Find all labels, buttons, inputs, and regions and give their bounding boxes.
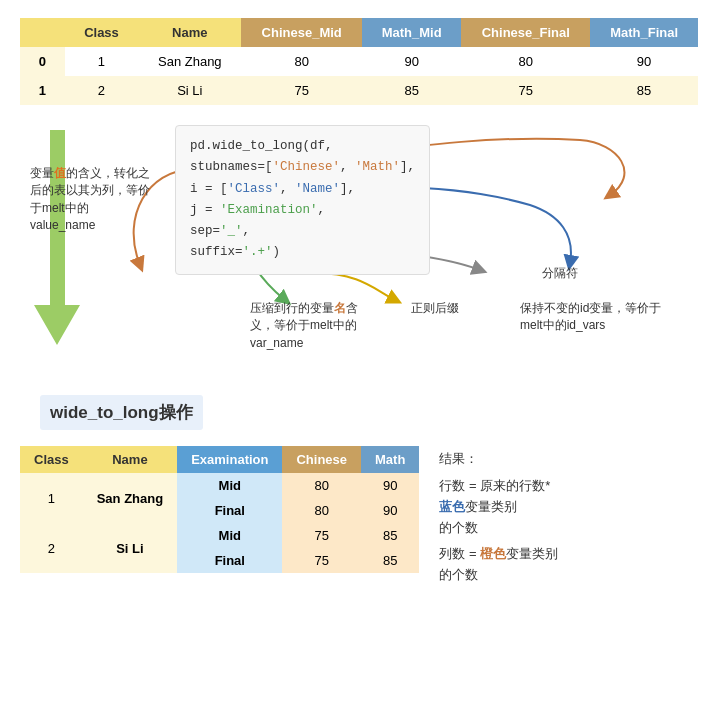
wtl-label-wrap: wide_to_long操作 bbox=[0, 395, 718, 446]
td-index-1: 1 bbox=[20, 76, 65, 105]
btd-ch-mid-2: 75 bbox=[282, 523, 361, 548]
result-title: 结果： bbox=[439, 446, 688, 472]
bottom-section: Class Name Examination Chinese Math 1 Sa… bbox=[20, 446, 698, 592]
code-line-4: j = 'Examination', bbox=[190, 200, 415, 221]
th-chinese-mid: Chinese_Mid bbox=[241, 18, 362, 47]
td-class-0: 1 bbox=[65, 47, 138, 76]
result-rows: 行数 = 原来的行数* 蓝色变量类别 的个数 bbox=[439, 476, 688, 538]
code-line-5: sep='_', bbox=[190, 221, 415, 242]
td-ch-mid-0: 80 bbox=[241, 47, 362, 76]
btd-class-1: 1 bbox=[20, 473, 83, 523]
td-name-0: San Zhang bbox=[138, 47, 241, 76]
th-math-mid: Math_Mid bbox=[362, 18, 462, 47]
th-index bbox=[20, 18, 65, 47]
td-math-final-1: 85 bbox=[590, 76, 698, 105]
table-row: 0 1 San Zhang 80 90 80 90 bbox=[20, 47, 698, 76]
bth-chinese: Chinese bbox=[282, 446, 361, 473]
td-class-1: 2 bbox=[65, 76, 138, 105]
bth-math: Math bbox=[361, 446, 419, 473]
btd-math-final-1: 90 bbox=[361, 498, 419, 523]
td-index-0: 0 bbox=[20, 47, 65, 76]
btd-exam-final-2: Final bbox=[177, 548, 282, 573]
btd-math-final-2: 85 bbox=[361, 548, 419, 573]
annot-regex: 正则后缀 bbox=[390, 300, 480, 317]
td-math-final-0: 90 bbox=[590, 47, 698, 76]
bottom-table-wrap: Class Name Examination Chinese Math 1 Sa… bbox=[20, 446, 419, 592]
td-ch-final-1: 75 bbox=[461, 76, 590, 105]
btd-name-2: Si Li bbox=[83, 523, 177, 573]
svg-marker-0 bbox=[34, 130, 80, 345]
td-ch-mid-1: 75 bbox=[241, 76, 362, 105]
bth-name: Name bbox=[83, 446, 177, 473]
bth-exam: Examination bbox=[177, 446, 282, 473]
btd-ch-mid-1: 80 bbox=[282, 473, 361, 498]
code-line-6: suffix='.+') bbox=[190, 242, 415, 263]
annot-sep: 分隔符 bbox=[520, 265, 600, 282]
mid-diagram: pd.wide_to_long(df, stubnames=['Chinese'… bbox=[20, 115, 698, 395]
th-math-final: Math_Final bbox=[590, 18, 698, 47]
code-line-2: stubnames=['Chinese', 'Math'], bbox=[190, 157, 415, 178]
td-math-mid-1: 85 bbox=[362, 76, 462, 105]
btd-exam-mid-1: Mid bbox=[177, 473, 282, 498]
btd-math-mid-2: 85 bbox=[361, 523, 419, 548]
annot-compress: 压缩到行的变量名含义，等价于melt中的var_name bbox=[250, 300, 380, 352]
code-block: pd.wide_to_long(df, stubnames=['Chinese'… bbox=[175, 125, 430, 275]
wtl-label: wide_to_long操作 bbox=[40, 395, 203, 430]
code-line-3: i = ['Class', 'Name'], bbox=[190, 179, 415, 200]
btd-math-mid-1: 90 bbox=[361, 473, 419, 498]
result-cols: 列数 = 橙色变量类别 的个数 bbox=[439, 544, 688, 586]
btd-exam-mid-2: Mid bbox=[177, 523, 282, 548]
bottom-table: Class Name Examination Chinese Math 1 Sa… bbox=[20, 446, 419, 573]
btd-ch-final-1: 80 bbox=[282, 498, 361, 523]
table-row: 1 San Zhang Mid 80 90 bbox=[20, 473, 419, 498]
th-class: Class bbox=[65, 18, 138, 47]
td-ch-final-0: 80 bbox=[461, 47, 590, 76]
btd-name-1: San Zhang bbox=[83, 473, 177, 523]
td-math-mid-0: 90 bbox=[362, 47, 462, 76]
code-line-1: pd.wide_to_long(df, bbox=[190, 136, 415, 157]
bth-class: Class bbox=[20, 446, 83, 473]
table-row: 1 2 Si Li 75 85 75 85 bbox=[20, 76, 698, 105]
btd-exam-final-1: Final bbox=[177, 498, 282, 523]
btd-ch-final-2: 75 bbox=[282, 548, 361, 573]
top-section: Class Name Chinese_Mid Math_Mid Chinese_… bbox=[0, 0, 718, 115]
result-text: 结果： 行数 = 原来的行数* 蓝色变量类别 的个数 列数 = 橙色变量类别 的… bbox=[429, 446, 698, 592]
btd-class-2: 2 bbox=[20, 523, 83, 573]
table-row: 2 Si Li Mid 75 85 bbox=[20, 523, 419, 548]
th-name: Name bbox=[138, 18, 241, 47]
annot-id: 保持不变的id变量，等价于melt中的id_vars bbox=[520, 300, 670, 335]
annot-value-meaning: 变量值的含义，转化之后的表以其为列，等价于melt中的value_name bbox=[30, 165, 150, 235]
td-name-1: Si Li bbox=[138, 76, 241, 105]
th-chinese-final: Chinese_Final bbox=[461, 18, 590, 47]
top-table: Class Name Chinese_Mid Math_Mid Chinese_… bbox=[20, 18, 698, 105]
